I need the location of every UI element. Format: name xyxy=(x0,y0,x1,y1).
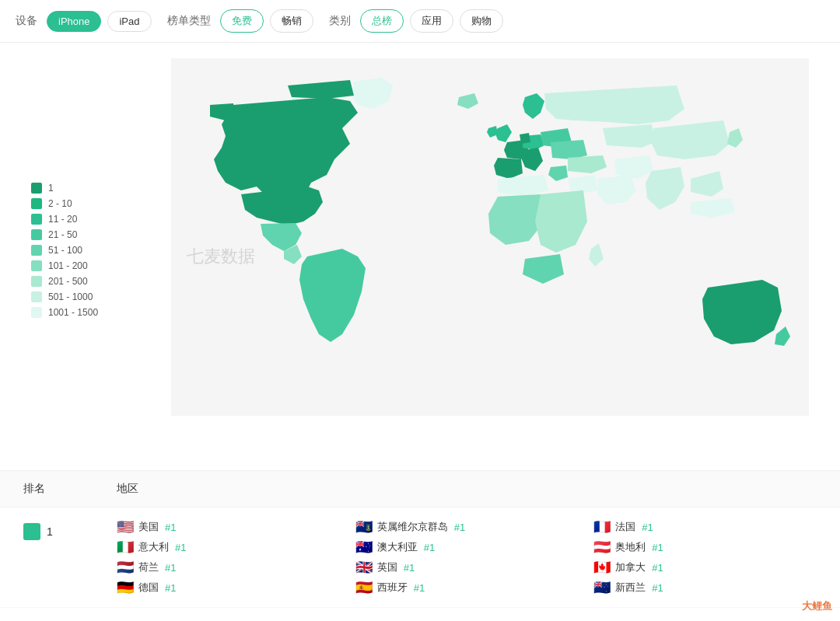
country-item: 🇻🇬英属维尔京群岛#1 xyxy=(355,520,579,534)
legend-label: 501 - 1000 xyxy=(48,291,93,302)
device-label: 设备 xyxy=(16,14,37,28)
country-flag: 🇳🇿 xyxy=(593,581,611,595)
table-header: 排名 地区 xyxy=(0,471,840,508)
country-rank: #1 xyxy=(642,522,653,533)
list-type-label: 榜单类型 xyxy=(167,14,211,28)
legend-dot xyxy=(31,260,42,271)
country-rank: #1 xyxy=(165,562,176,574)
world-map xyxy=(171,58,809,416)
legend-label: 21 - 50 xyxy=(48,229,77,240)
legend-dot xyxy=(31,198,42,209)
country-rank: #1 xyxy=(652,582,663,594)
country-flag: 🇮🇹 xyxy=(117,540,134,554)
table-row: 1 🇺🇸美国#1🇻🇬英属维尔京群岛#1🇫🇷法国#1🇮🇹意大利#1🇦🇺澳大利亚#1… xyxy=(0,508,840,608)
country-name: 澳大利亚 xyxy=(377,540,418,554)
country-rank: #1 xyxy=(165,522,176,533)
country-name: 西班牙 xyxy=(377,581,408,595)
category-label: 类别 xyxy=(329,14,351,28)
country-item: 🇬🇧英国#1 xyxy=(355,560,579,574)
region-header: 地区 xyxy=(117,482,817,496)
ipad-button[interactable]: iPad xyxy=(107,11,151,32)
rank-color-square xyxy=(23,523,40,540)
map-legend: 12 - 1011 - 2021 - 5051 - 100101 - 20020… xyxy=(31,183,98,318)
countries-grid: 🇺🇸美国#1🇻🇬英属维尔京群岛#1🇫🇷法国#1🇮🇹意大利#1🇦🇺澳大利亚#1🇦🇹… xyxy=(117,520,817,595)
legend-label: 201 - 500 xyxy=(48,276,88,287)
country-name: 加拿大 xyxy=(615,560,646,574)
country-item: 🇮🇹意大利#1 xyxy=(117,540,340,554)
rank-cell: 1 xyxy=(23,520,117,540)
legend-item: 51 - 100 xyxy=(31,245,98,256)
country-name: 美国 xyxy=(138,520,159,534)
country-item: 🇨🇦加拿大#1 xyxy=(593,560,817,574)
country-rank: #1 xyxy=(414,582,425,594)
legend-dot xyxy=(31,183,42,194)
shopping-button[interactable]: 购物 xyxy=(460,9,503,33)
country-flag: 🇬🇧 xyxy=(355,560,373,574)
country-rank: #1 xyxy=(652,542,663,553)
country-name: 英国 xyxy=(377,560,397,574)
country-item: 🇫🇷法国#1 xyxy=(593,520,817,534)
bottom-section: 排名 地区 1 🇺🇸美国#1🇻🇬英属维尔京群岛#1🇫🇷法国#1🇮🇹意大利#1🇦🇺… xyxy=(0,470,840,608)
free-button[interactable]: 免费 xyxy=(220,9,264,33)
legend-item: 2 - 10 xyxy=(31,198,98,209)
country-item: 🇳🇿新西兰#1 xyxy=(593,581,817,595)
country-item: 🇦🇺澳大利亚#1 xyxy=(355,540,579,554)
legend-dot xyxy=(31,307,42,318)
country-flag: 🇫🇷 xyxy=(593,520,611,534)
legend-item: 201 - 500 xyxy=(31,276,98,287)
country-name: 法国 xyxy=(615,520,635,534)
country-flag: 🇪🇸 xyxy=(355,581,373,595)
country-rank: #1 xyxy=(175,542,186,553)
country-rank: #1 xyxy=(454,522,465,533)
country-rank: #1 xyxy=(404,562,415,574)
carp-logo: 大鲤鱼 xyxy=(802,599,832,608)
country-name: 奥地利 xyxy=(615,540,646,554)
legend-item: 21 - 50 xyxy=(31,229,98,240)
legend-label: 101 - 200 xyxy=(48,260,88,271)
legend-label: 1 xyxy=(48,183,54,194)
country-flag: 🇩🇪 xyxy=(117,581,134,595)
map-container: 12 - 1011 - 2021 - 5051 - 100101 - 20020… xyxy=(16,58,824,447)
country-name: 意大利 xyxy=(138,540,169,554)
toolbar: 设备 iPhone iPad 榜单类型 免费 畅销 类别 总榜 应用 购物 xyxy=(0,0,840,43)
legend-label: 11 - 20 xyxy=(48,214,77,225)
all-button[interactable]: 总榜 xyxy=(360,9,404,33)
legend-dot xyxy=(31,276,42,287)
legend-item: 501 - 1000 xyxy=(31,291,98,302)
country-flag: 🇻🇬 xyxy=(355,520,373,534)
country-name: 新西兰 xyxy=(615,581,646,595)
legend-item: 11 - 20 xyxy=(31,214,98,225)
legend-item: 1 xyxy=(31,183,98,194)
apps-button[interactable]: 应用 xyxy=(410,9,453,33)
legend-dot xyxy=(31,291,42,302)
country-name: 荷兰 xyxy=(138,560,159,574)
country-flag: 🇨🇦 xyxy=(593,560,611,574)
country-name: 英属维尔京群岛 xyxy=(377,520,448,534)
legend-label: 1001 - 1500 xyxy=(48,307,98,318)
country-item: 🇺🇸美国#1 xyxy=(117,520,340,534)
map-section: 12 - 1011 - 2021 - 5051 - 100101 - 20020… xyxy=(0,43,840,462)
legend-item: 101 - 200 xyxy=(31,260,98,271)
legend-dot xyxy=(31,214,42,225)
country-flag: 🇳🇱 xyxy=(117,560,134,574)
legend-dot xyxy=(31,229,42,240)
country-rank: #1 xyxy=(165,582,176,594)
rank-number: 1 xyxy=(47,525,53,538)
country-item: 🇪🇸西班牙#1 xyxy=(355,581,579,595)
country-rank: #1 xyxy=(652,562,663,574)
country-rank: #1 xyxy=(424,542,435,553)
legend-dot xyxy=(31,245,42,256)
bestseller-button[interactable]: 畅销 xyxy=(270,9,313,33)
country-item: 🇦🇹奥地利#1 xyxy=(593,540,817,554)
legend-label: 51 - 100 xyxy=(48,245,82,256)
country-name: 德国 xyxy=(138,581,159,595)
country-flag: 🇦🇺 xyxy=(355,540,373,554)
legend-item: 1001 - 1500 xyxy=(31,307,98,318)
country-flag: 🇦🇹 xyxy=(593,540,611,554)
legend-label: 2 - 10 xyxy=(48,198,72,209)
country-flag: 🇺🇸 xyxy=(117,520,134,534)
rank-header: 排名 xyxy=(23,482,117,496)
iphone-button[interactable]: iPhone xyxy=(47,11,101,32)
country-item: 🇩🇪德国#1 xyxy=(117,581,340,595)
country-item: 🇳🇱荷兰#1 xyxy=(117,560,340,574)
